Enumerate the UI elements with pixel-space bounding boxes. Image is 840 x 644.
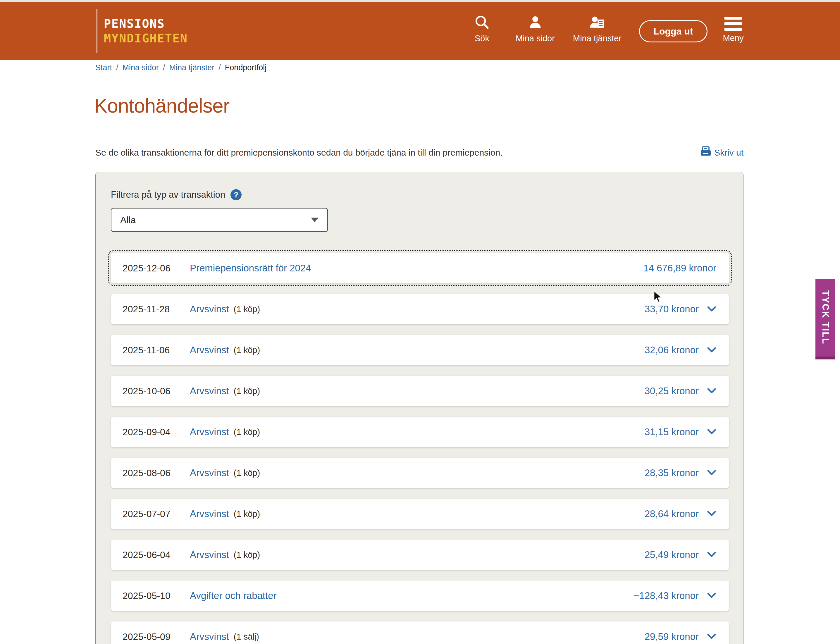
transaction-row[interactable]: 2025-07-07 Arvsvinst (1 köp) 28,64 krono… — [111, 499, 729, 529]
nav-label-meny: Meny — [723, 33, 744, 43]
transaction-amount: −128,43 kronor — [633, 590, 699, 601]
transaction-row[interactable]: 2025-09-04 Arvsvinst (1 köp) 31,15 krono… — [111, 417, 729, 447]
nav-item-mina-tjanster[interactable]: Mina tjänster — [573, 15, 621, 43]
chevron-down-icon[interactable] — [707, 552, 716, 558]
print-link[interactable]: Skriv ut — [700, 146, 743, 159]
transaction-date: 2025-06-04 — [123, 550, 190, 560]
select-value: Alla — [120, 215, 136, 225]
transaction-link[interactable]: Arvsvinst — [190, 549, 229, 560]
transaction-amount: 14 676,89 kronor — [643, 263, 716, 274]
transaction-date: 2025-11-06 — [123, 345, 190, 356]
transaction-date: 2025-07-07 — [123, 509, 190, 519]
chevron-down-icon[interactable] — [707, 306, 716, 312]
transaction-type-select[interactable]: Alla — [111, 208, 328, 232]
chevron-down-icon[interactable] — [707, 347, 716, 353]
transaction-amount: 31,15 kronor — [644, 426, 699, 437]
intro-row: Se de olika transaktionerna för ditt pre… — [95, 146, 743, 159]
transaction-amount: 25,49 kronor — [644, 549, 699, 560]
logo-line-2: MYNDIGHETEN — [104, 32, 188, 44]
breadcrumb-link-mina-tjanster[interactable]: Mina tjänster — [169, 63, 215, 72]
transaction-link[interactable]: Arvsvinst — [190, 467, 229, 478]
transaction-amount: 30,25 kronor — [644, 386, 699, 397]
transaction-link[interactable]: Arvsvinst — [190, 426, 229, 437]
transaction-link[interactable]: Premiepensionsrätt för 2024 — [190, 263, 311, 274]
search-icon — [474, 15, 490, 31]
transaction-date: 2025-08-06 — [123, 468, 190, 478]
help-icon[interactable]: ? — [230, 189, 242, 200]
transaction-link[interactable]: Arvsvinst — [190, 304, 229, 315]
menu-icon — [725, 15, 742, 31]
transaction-amount: 28,64 kronor — [644, 508, 699, 519]
breadcrumb-link-mina-sidor[interactable]: Mina sidor — [123, 63, 159, 72]
chevron-down-icon[interactable] — [707, 388, 716, 394]
logo[interactable]: PENSIONS MYNDIGHETEN — [97, 9, 188, 53]
transaction-date: 2025-10-06 — [123, 386, 190, 397]
transaction-link[interactable]: Avgifter och rabatter — [190, 590, 277, 601]
transaction-detail: (1 köp) — [234, 304, 260, 314]
breadcrumb: Start / Mina sidor / Mina tjänster / Fon… — [95, 63, 266, 72]
transaction-amount: 32,06 kronor — [644, 345, 699, 356]
transaction-detail: (1 sälj) — [234, 632, 259, 642]
page-description: Se de olika transaktionerna för ditt pre… — [95, 148, 503, 158]
nav-label-mina-tjanster: Mina tjänster — [573, 34, 621, 43]
logo-line-1: PENSIONS — [104, 18, 188, 30]
chevron-down-icon[interactable] — [707, 470, 716, 476]
transaction-row[interactable]: 2025-11-06 Arvsvinst (1 köp) 32,06 krono… — [111, 335, 729, 365]
filter-label-row: Filtrera på typ av transaktion ? — [111, 189, 729, 200]
feedback-tab-label: TYCK TILL — [820, 291, 831, 345]
transaction-detail: (1 köp) — [234, 509, 260, 519]
transaction-date: 2025-12-06 — [123, 263, 190, 274]
nav-item-sok[interactable]: Sök — [474, 15, 490, 43]
transaction-date: 2025-05-10 — [123, 590, 190, 601]
transaction-detail: (1 köp) — [234, 386, 260, 396]
transaction-row[interactable]: 2025-12-06 Premiepensionsrätt för 2024 1… — [111, 253, 729, 283]
breadcrumb-separator: / — [116, 63, 118, 72]
transaction-link[interactable]: Arvsvinst — [190, 386, 229, 397]
chevron-down-icon[interactable] — [707, 429, 716, 435]
breadcrumb-separator: / — [163, 63, 165, 72]
transaction-link[interactable]: Arvsvinst — [190, 508, 229, 519]
transaction-row[interactable]: 2025-05-09 Arvsvinst (1 sälj) 29,59 kron… — [111, 621, 729, 644]
nav-item-mina-sidor[interactable]: Mina sidor — [516, 15, 555, 43]
transaction-detail: (1 köp) — [234, 427, 260, 437]
breadcrumb-current: Fondportfölj — [225, 63, 267, 72]
transaction-row[interactable]: 2025-10-06 Arvsvinst (1 köp) 30,25 krono… — [111, 376, 729, 406]
feedback-tab[interactable]: TYCK TILL — [815, 279, 835, 360]
transaction-list: 2025-12-06 Premiepensionsrätt för 2024 1… — [111, 253, 729, 644]
breadcrumb-separator: / — [219, 63, 221, 72]
chevron-down-icon[interactable] — [707, 634, 716, 640]
transaction-amount: 29,59 kronor — [644, 631, 699, 642]
chevron-down-icon[interactable] — [707, 593, 716, 599]
printer-icon — [700, 146, 711, 159]
transaction-row[interactable]: 2025-08-06 Arvsvinst (1 köp) 28,35 krono… — [111, 458, 729, 488]
transaction-row[interactable]: 2025-05-10 Avgifter och rabatter −128,43… — [111, 580, 729, 611]
nav-item-meny[interactable]: Meny — [723, 15, 744, 43]
transaction-row[interactable]: 2025-06-04 Arvsvinst (1 köp) 25,49 krono… — [111, 540, 729, 570]
transaction-detail: (1 köp) — [234, 550, 260, 560]
header: PENSIONS MYNDIGHETEN Sök Mina sidor — [0, 2, 840, 60]
transaction-amount: 33,70 kronor — [644, 304, 699, 315]
breadcrumb-link-start[interactable]: Start — [95, 63, 112, 72]
logout-button[interactable]: Logga ut — [639, 20, 707, 43]
person-icon — [528, 15, 543, 31]
transaction-row[interactable]: 2025-11-28 Arvsvinst (1 köp) 33,70 krono… — [111, 294, 729, 324]
transaction-detail: (1 köp) — [234, 468, 260, 478]
person-card-icon — [589, 15, 606, 31]
select-dropdown-arrow-icon — [311, 218, 319, 222]
filter-label: Filtrera på typ av transaktion — [111, 189, 225, 200]
transaction-link[interactable]: Arvsvinst — [190, 345, 229, 356]
nav-label-sok: Sök — [475, 34, 489, 43]
page-title: Kontohändelser — [94, 94, 229, 117]
transaction-detail: (1 köp) — [234, 345, 260, 355]
print-link-label: Skriv ut — [714, 148, 743, 158]
filter-panel: Filtrera på typ av transaktion ? Alla 20… — [95, 172, 743, 644]
transaction-date: 2025-05-09 — [123, 631, 190, 642]
transaction-date: 2025-11-28 — [123, 304, 190, 315]
transaction-amount: 28,35 kronor — [644, 467, 699, 478]
nav-label-mina-sidor: Mina sidor — [516, 34, 555, 43]
transaction-link[interactable]: Arvsvinst — [190, 631, 229, 642]
transaction-date: 2025-09-04 — [123, 427, 190, 437]
chevron-down-icon[interactable] — [707, 511, 716, 517]
